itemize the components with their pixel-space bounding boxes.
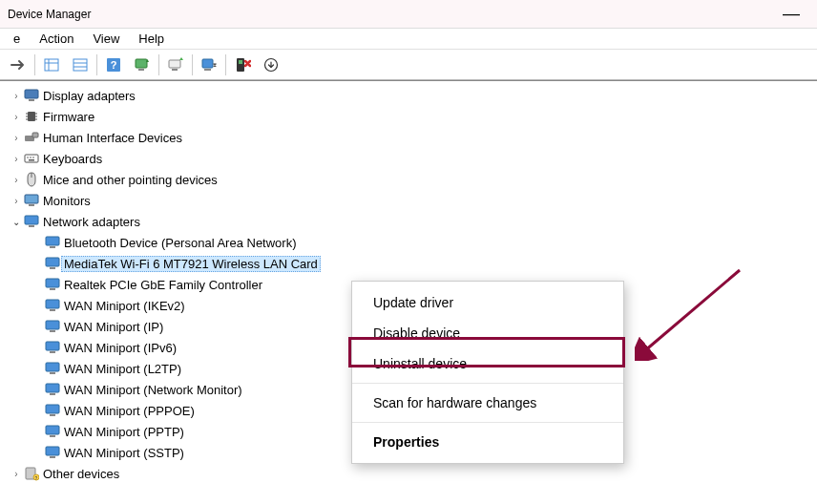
network-adapter-icon	[44, 362, 61, 375]
svg-rect-19	[28, 112, 35, 121]
chevron-down-icon[interactable]: ⌄	[10, 217, 23, 227]
tree-label: WAN Miniport (Network Monitor)	[61, 382, 245, 398]
toolbar: ?	[0, 50, 817, 80]
tree-node-network-adapters[interactable]: ⌄ Network adapters	[6, 211, 817, 232]
svg-rect-36	[25, 216, 38, 224]
svg-text:?: ?	[111, 59, 117, 71]
menu-help[interactable]: Help	[129, 30, 174, 48]
tree-label: Monitors	[40, 193, 94, 209]
help-icon[interactable]: ?	[100, 52, 127, 77]
chevron-right-icon[interactable]: ›	[10, 112, 23, 122]
toolbar-separator	[158, 54, 159, 75]
tree-label: Display adapters	[40, 88, 138, 104]
display-adapter-icon	[23, 89, 40, 102]
forward-icon[interactable]	[5, 52, 31, 77]
svg-rect-32	[29, 159, 34, 161]
update-driver-icon[interactable]	[162, 52, 189, 77]
context-separator	[352, 383, 623, 384]
tree-node-other-devices[interactable]: › ? Other devices	[6, 463, 817, 484]
svg-rect-3	[73, 59, 87, 71]
svg-point-29	[27, 157, 29, 158]
context-uninstall-device[interactable]: Uninstall device	[352, 348, 623, 379]
uninstall-device-icon[interactable]	[229, 52, 256, 77]
tree-node-bluetooth-device[interactable]: Bluetooth Device (Personal Area Network)	[27, 232, 817, 253]
svg-rect-35	[29, 204, 34, 206]
context-separator	[352, 422, 623, 423]
svg-rect-49	[50, 351, 55, 353]
tree-label: Network adapters	[40, 214, 143, 230]
other-devices-icon: ?	[23, 466, 40, 481]
scan-hardware-icon[interactable]	[129, 52, 156, 77]
svg-point-30	[30, 157, 31, 158]
context-disable-device[interactable]: Disable device	[352, 318, 623, 348]
chevron-right-icon[interactable]: ›	[10, 175, 23, 185]
svg-rect-13	[204, 69, 211, 71]
svg-rect-59	[50, 456, 55, 458]
network-adapter-icon	[44, 320, 61, 333]
network-adapter-icon	[44, 257, 61, 270]
svg-rect-57	[50, 435, 55, 437]
svg-rect-45	[50, 309, 55, 311]
svg-rect-47	[50, 330, 55, 332]
device-list-icon[interactable]	[67, 52, 94, 77]
monitor-icon	[23, 194, 40, 207]
chevron-right-icon[interactable]: ›	[10, 91, 23, 101]
dropdown-icon[interactable]	[258, 52, 284, 77]
keyboard-icon	[23, 153, 40, 164]
tree-label: WAN Miniport (IPv6)	[61, 340, 179, 356]
svg-rect-56	[46, 426, 59, 434]
tree-label: MediaTek Wi-Fi 6 MT7921 Wireless LAN Car…	[61, 256, 321, 272]
tree-node-mediatek-wifi[interactable]: MediaTek Wi-Fi 6 MT7921 Wireless LAN Car…	[27, 253, 817, 274]
context-properties[interactable]: Properties	[352, 427, 623, 457]
svg-rect-43	[50, 288, 55, 290]
svg-rect-18	[29, 99, 34, 101]
svg-rect-51	[50, 372, 55, 374]
tree-label: Human Interface Devices	[40, 130, 185, 146]
svg-text:?: ?	[35, 475, 38, 481]
chevron-right-icon[interactable]: ›	[10, 469, 23, 479]
svg-rect-58	[46, 447, 59, 455]
context-update-driver[interactable]: Update driver	[352, 287, 623, 318]
svg-rect-15	[239, 60, 242, 64]
svg-rect-41	[50, 267, 55, 269]
svg-rect-27	[32, 133, 38, 137]
tree-node-monitors[interactable]: › Monitors	[6, 190, 817, 211]
menu-action[interactable]: Action	[30, 30, 83, 48]
network-adapter-icon	[23, 215, 40, 228]
context-scan-hardware[interactable]: Scan for hardware changes	[352, 388, 623, 418]
chevron-right-icon[interactable]: ›	[10, 154, 23, 164]
tree-node-firmware[interactable]: › Firmware	[6, 106, 817, 127]
svg-rect-55	[50, 414, 55, 416]
firmware-icon	[23, 110, 40, 123]
svg-rect-10	[169, 60, 180, 68]
hid-icon	[23, 131, 40, 144]
chevron-right-icon[interactable]: ›	[10, 196, 23, 206]
svg-rect-34	[25, 195, 38, 203]
svg-rect-12	[202, 59, 213, 68]
chevron-right-icon[interactable]: ›	[10, 133, 23, 143]
minimize-button[interactable]: —	[773, 4, 809, 24]
tree-node-hid[interactable]: › Human Interface Devices	[6, 127, 817, 148]
titlebar: Device Manager —	[0, 0, 817, 29]
tree-node-mice[interactable]: › Mice and other pointing devices	[6, 169, 817, 190]
svg-rect-28	[25, 155, 38, 162]
toolbar-separator	[96, 54, 97, 75]
disable-device-icon[interactable]	[196, 52, 222, 77]
tree-node-keyboards[interactable]: › Keyboards	[6, 148, 817, 169]
toolbar-separator	[192, 54, 193, 75]
window-title: Device Manager	[8, 8, 773, 21]
tree-label: Firmware	[40, 109, 97, 125]
svg-rect-44	[46, 300, 59, 308]
tree-label: Other devices	[40, 466, 122, 482]
network-adapter-icon	[44, 299, 61, 312]
network-adapter-icon	[44, 404, 61, 417]
svg-point-31	[32, 157, 34, 158]
svg-rect-40	[46, 258, 59, 266]
network-adapter-icon	[44, 236, 61, 249]
toolbar-separator	[34, 54, 35, 75]
tree-label: Bluetooth Device (Personal Area Network)	[61, 235, 300, 251]
tree-node-display-adapters[interactable]: › Display adapters	[6, 85, 817, 106]
menu-file[interactable]: e	[4, 30, 30, 48]
menu-view[interactable]: View	[83, 30, 129, 48]
show-hidden-icon[interactable]	[38, 52, 65, 77]
